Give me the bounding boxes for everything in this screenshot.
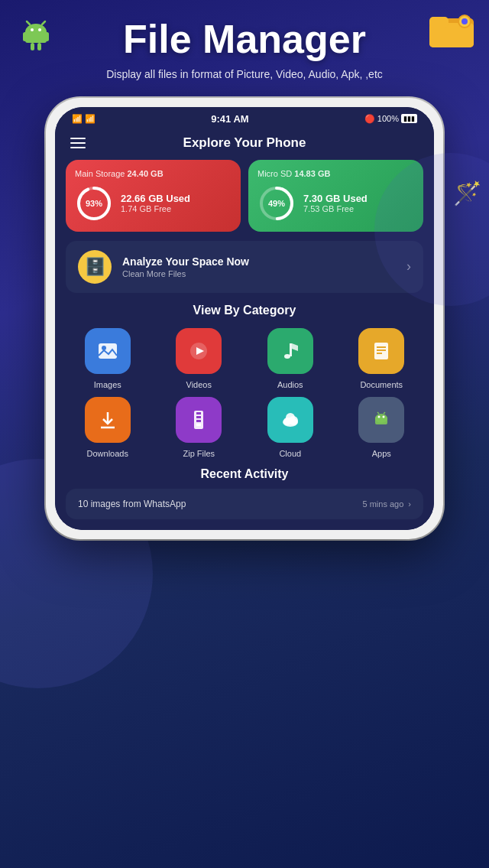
svg-rect-9: [37, 43, 41, 50]
chevron-right-icon: ›: [406, 258, 411, 275]
category-downloads[interactable]: Downloads: [66, 397, 150, 458]
analyze-icon: 🗄️: [78, 250, 112, 284]
svg-rect-8: [31, 43, 34, 50]
phone-mockup: 📶 📶 9:41 AM 🔴 100% ▮▮▮ Explore Your Phon…: [46, 98, 443, 725]
main-percent: 93%: [86, 199, 102, 208]
battery-percent: 100%: [377, 114, 399, 123]
battery-icon: ▮▮▮: [401, 114, 417, 123]
images-label: Images: [94, 380, 121, 389]
documents-label: Documents: [360, 380, 403, 389]
micro-storage-progress: 49%: [257, 184, 296, 223]
category-images[interactable]: Images: [66, 328, 150, 389]
micro-sd-card[interactable]: Micro SD 14.83 GB 49% 7.3: [248, 160, 423, 232]
top-bar: Explore Your Phone: [55, 128, 434, 160]
category-videos[interactable]: Videos: [157, 328, 241, 389]
analyze-title: Analyze Your Space Now: [122, 255, 249, 268]
svg-rect-32: [196, 416, 201, 418]
micro-percent: 49%: [268, 199, 285, 208]
folder-icon: [429, 11, 475, 49]
downloads-label: Downloads: [87, 449, 128, 458]
svg-point-42: [383, 415, 385, 418]
bluetooth-icon: 🔴: [364, 114, 375, 124]
main-storage-progress: 93%: [75, 184, 113, 223]
svg-point-14: [461, 18, 468, 24]
android-icon: [17, 17, 55, 55]
stars-decoration: ✨: [416, 167, 443, 192]
battery-display: 🔴 100% ▮▮▮: [364, 114, 417, 124]
zip-icon-bg: [176, 397, 222, 443]
micro-used: 7.30 GB Used: [303, 193, 368, 204]
recent-activity-card[interactable]: 10 images from WhatsApp 5 mins ago ›: [66, 489, 423, 519]
category-grid-row2: Downloads Zip Files Clou: [66, 397, 423, 458]
audios-label: Audios: [277, 380, 303, 389]
cloud-icon-bg: [267, 397, 313, 443]
main-used: 22.66 GB Used: [121, 193, 190, 204]
downloads-icon-bg: [85, 397, 131, 443]
svg-rect-6: [23, 32, 27, 41]
svg-line-43: [377, 412, 379, 414]
storage-cards: Main Storage 24.40 GB 93%: [55, 160, 434, 241]
svg-line-4: [27, 21, 30, 24]
svg-point-2: [31, 28, 34, 31]
images-icon-bg: [85, 328, 131, 374]
apps-label: Apps: [372, 449, 391, 458]
svg-line-5: [42, 21, 45, 24]
svg-point-38: [286, 413, 295, 422]
svg-rect-1: [25, 31, 47, 43]
svg-rect-40: [375, 417, 387, 424]
svg-rect-12: [429, 17, 449, 28]
recent-item-text: 10 images from WhatsApp: [78, 499, 186, 509]
cloud-label: Cloud: [279, 449, 301, 458]
main-storage-label: Main Storage 24.40 GB: [75, 169, 232, 178]
category-documents[interactable]: Documents: [340, 328, 424, 389]
category-cloud[interactable]: Cloud: [248, 397, 332, 458]
status-bar: 📶 📶 9:41 AM 🔴 100% ▮▮▮: [55, 107, 434, 128]
screen-title: Explore Your Phone: [183, 135, 306, 151]
app-subtitle: Display all files in format of Picture, …: [15, 67, 474, 83]
recent-item-time: 5 mins ago: [363, 499, 404, 509]
svg-rect-7: [45, 32, 49, 41]
category-audios[interactable]: Audios: [248, 328, 332, 389]
analyze-subtitle: Clean More Files: [122, 269, 249, 278]
micro-storage-label: Micro SD 14.83 GB: [257, 169, 414, 178]
svg-rect-34: [196, 424, 201, 426]
videos-label: Videos: [186, 380, 212, 389]
category-zip[interactable]: Zip Files: [157, 397, 241, 458]
main-storage-card[interactable]: Main Storage 24.40 GB 93%: [66, 160, 241, 232]
analyze-card[interactable]: 🗄️ Analyze Your Space Now Clean More Fil…: [66, 241, 423, 293]
category-section-title: View By Category: [66, 304, 423, 317]
zip-label: Zip Files: [183, 449, 215, 458]
documents-icon-bg: [358, 328, 404, 374]
content-area: 🗄️ Analyze Your Space Now Clean More Fil…: [55, 241, 434, 530]
svg-rect-33: [196, 420, 201, 422]
category-apps[interactable]: Apps: [340, 397, 424, 458]
brush-decoration: 🪄: [453, 180, 481, 206]
svg-rect-31: [196, 412, 201, 414]
svg-point-23: [284, 354, 290, 359]
signal-icon: 📶 📶: [72, 114, 96, 124]
svg-point-41: [378, 415, 381, 418]
apps-icon-bg: [358, 397, 404, 443]
main-free: 1.74 GB Free: [121, 204, 190, 213]
app-title: File Manager: [15, 18, 474, 61]
recent-section-title: Recent Activity: [66, 467, 423, 481]
audios-icon-bg: [267, 328, 313, 374]
time-display: 9:41 AM: [211, 113, 248, 125]
svg-point-3: [38, 28, 41, 31]
micro-free: 7.53 GB Free: [303, 204, 368, 213]
hamburger-menu[interactable]: [70, 138, 86, 148]
recent-chevron-icon: ›: [408, 499, 411, 509]
svg-line-44: [384, 412, 385, 414]
category-grid: Images Videos Audios: [66, 328, 423, 389]
videos-icon-bg: [176, 328, 222, 374]
svg-rect-24: [290, 343, 292, 356]
